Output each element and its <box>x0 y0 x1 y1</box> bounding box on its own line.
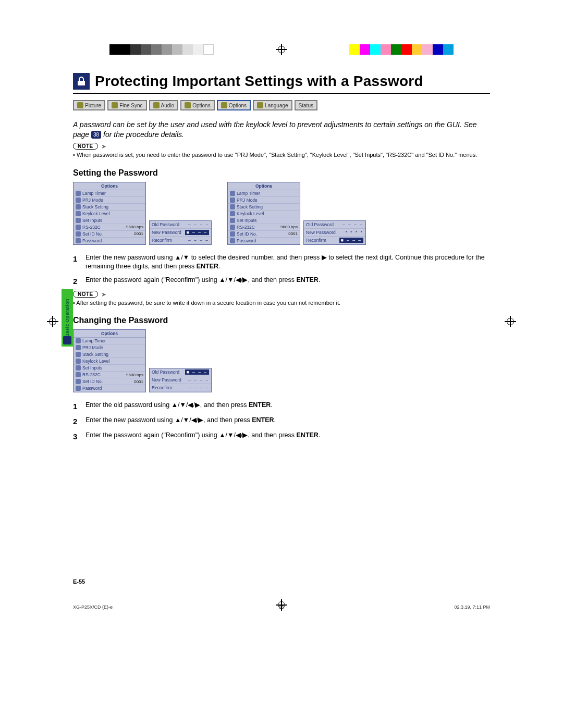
intro-text: A password can be set by the user and us… <box>73 120 490 140</box>
srow-val: – – – – <box>188 238 209 243</box>
srow-val: – – – – <box>342 222 363 227</box>
tab-options-1[interactable]: Options <box>180 100 214 110</box>
inputs-icon <box>230 218 235 223</box>
options-panel: Options Lamp Timer PRJ Mode Stack Settin… <box>73 329 146 392</box>
row-label: RS-232C <box>82 225 126 230</box>
enter-key: ENTER <box>252 416 274 424</box>
step-text: Enter the old password using ▲/▼/◀/▶, an… <box>85 401 273 412</box>
menu-tabs: Picture Fine Sync Audio Options Options … <box>73 100 490 110</box>
srow-label: Old Password <box>152 369 179 375</box>
row-label: Set Inputs <box>237 218 298 223</box>
options-panel: Options Lamp Timer PRJ Mode Stack Settin… <box>227 182 300 245</box>
step-number: 2 <box>73 276 80 287</box>
title-rule <box>73 93 490 94</box>
tab-label: Status <box>299 103 313 108</box>
footer-right: 02.3.19, 7:11 PM <box>454 604 490 610</box>
lamp-icon <box>76 338 81 343</box>
srow-val: – – – – <box>188 385 209 390</box>
row-label: Set ID No. <box>237 231 288 237</box>
screenshot-row-setting: Options Lamp Timer PRJ Mode Stack Settin… <box>73 182 490 245</box>
inputs-icon <box>76 218 81 223</box>
tab-label: Picture <box>85 103 101 108</box>
srow-val: ■ – – – <box>185 369 209 375</box>
row-label: RS-232C <box>82 372 126 377</box>
picture-icon <box>77 102 83 108</box>
tab-status[interactable]: Status <box>295 100 317 110</box>
enter-key: ENTER <box>249 401 271 409</box>
srow-val: * * * * <box>346 230 363 235</box>
tab-picture[interactable]: Picture <box>73 100 105 110</box>
step-row: 1 Enter the old password using ▲/▼/◀/▶, … <box>73 401 490 412</box>
arrow-glyphs: ▲/▼/◀/▶ <box>219 431 248 439</box>
note-arrow-icon: ➤ <box>101 291 106 298</box>
footer-left: XG-P25X/CD (E)-e <box>73 604 113 610</box>
tab-label: Options <box>229 103 247 108</box>
arrow-glyphs: ▶ <box>322 254 327 261</box>
note-arrow-icon: ➤ <box>101 143 106 150</box>
step-text: Enter the new password using ▲/▼/◀/▶, an… <box>85 416 276 427</box>
id-icon <box>76 379 81 384</box>
registration-mark-icon <box>48 317 57 326</box>
step-row: 2 Enter the new password using ▲/▼/◀/▶, … <box>73 416 490 427</box>
prj-icon <box>76 345 81 350</box>
language-icon <box>257 102 263 108</box>
serial-icon <box>230 225 235 230</box>
step-text: Enter the new password using ▲/▼ to sele… <box>85 253 490 272</box>
key-icon <box>230 238 235 243</box>
lock-icon <box>76 359 81 364</box>
svg-rect-0 <box>78 81 85 85</box>
password-subpanel-new: Old Password– – – – New Password■ – – – … <box>149 220 212 245</box>
key-icon <box>76 386 81 391</box>
stack-icon <box>76 204 81 209</box>
page-title: Protecting Important Settings with a Pas… <box>95 73 423 90</box>
note-text-2: • After setting the password, be sure to… <box>73 299 490 307</box>
lamp-icon <box>230 191 235 196</box>
row-val: 0001 <box>288 231 298 236</box>
row-val: 9600 bps <box>280 225 298 229</box>
row-label: Keylock Level <box>82 359 143 364</box>
password-subpanel-old: Old Password■ – – – New Password– – – – … <box>149 368 212 392</box>
key-icon <box>76 238 81 243</box>
row-label: Set ID No. <box>82 231 134 237</box>
panel-header: Options <box>74 182 145 190</box>
id-icon <box>230 231 235 237</box>
step-number: 3 <box>73 431 80 442</box>
tab-language[interactable]: Language <box>253 100 292 110</box>
steps-setting: 1 Enter the new password using ▲/▼ to se… <box>73 253 490 287</box>
prj-icon <box>230 198 235 203</box>
step-row: 1 Enter the new password using ▲/▼ to se… <box>73 253 490 272</box>
tab-label: Fine Sync <box>119 103 142 108</box>
note-badge: NOTE <box>73 143 98 150</box>
inputs-icon <box>76 365 81 371</box>
row-label: RS-232C <box>237 225 280 230</box>
password-icon <box>73 73 90 90</box>
srow-val: – – – – <box>188 222 209 227</box>
row-label: Password <box>82 238 143 243</box>
tab-audio[interactable]: Audio <box>149 100 179 110</box>
arrow-glyphs: ▲/▼/◀/▶ <box>172 401 200 409</box>
options-icon <box>221 102 227 108</box>
tab-fine-sync[interactable]: Fine Sync <box>107 100 146 110</box>
row-label: Password <box>237 238 298 243</box>
tab-options-2[interactable]: Options <box>217 100 251 110</box>
row-val: 9600 bps <box>126 225 143 229</box>
section-tab-label: Basic Operation <box>65 299 70 337</box>
srow-label: Old Password <box>152 222 179 227</box>
id-icon <box>76 231 81 237</box>
prj-icon <box>76 198 81 203</box>
row-label: Password <box>82 386 143 391</box>
lamp-icon <box>76 191 81 196</box>
srow-label: Reconfirm <box>306 238 326 243</box>
arrow-glyphs: ▲/▼/◀/▶ <box>175 416 203 424</box>
srow-label: Reconfirm <box>152 238 172 243</box>
arrow-glyphs: ▲/▼/◀/▶ <box>219 276 248 283</box>
print-color-bar <box>0 44 563 55</box>
registration-mark-icon <box>506 317 515 326</box>
row-val: 0001 <box>134 231 143 236</box>
row-val: 9600 bps <box>126 373 143 377</box>
heading-changing-password: Changing the Password <box>73 316 490 325</box>
row-label: Set Inputs <box>82 218 143 223</box>
srow-val: – – – – <box>188 377 209 382</box>
tab-label: Audio <box>161 103 175 108</box>
row-label: Lamp Timer <box>82 338 143 343</box>
